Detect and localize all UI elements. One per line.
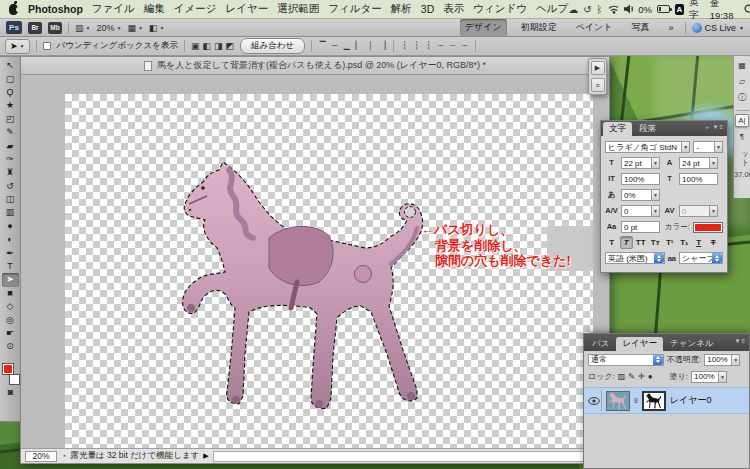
vertical-scale-field[interactable]: 100% (621, 173, 660, 185)
history-brush-tool[interactable]: ↺ (2, 180, 19, 193)
tab-layers[interactable]: レイヤー (616, 337, 663, 351)
path-op-add-icon[interactable]: ▣ (191, 42, 200, 51)
align-top-icon[interactable]: ▔ (318, 42, 327, 50)
menu-item-2[interactable]: 編集 (144, 2, 165, 16)
clone-source-panel-icon[interactable]: ▱ (735, 75, 749, 88)
tab-paragraph[interactable]: 段落 (633, 122, 662, 136)
lock-all-icon[interactable]: ● (648, 373, 653, 381)
menu-item-7[interactable]: 解析 (391, 2, 412, 16)
panel-collapse-menu-icons[interactable]: » ▼≡ (706, 124, 724, 132)
distribute-bottom-icon[interactable]: ┆ (424, 42, 433, 50)
bluetooth-icon[interactable]: ᛒ (597, 4, 603, 15)
lock-move-icon[interactable]: ✛ (638, 373, 645, 381)
3d-rotate-tool[interactable]: ◇ (2, 300, 19, 313)
workspace-initial[interactable]: 初期設定 (516, 19, 562, 36)
view-extras-button[interactable]: ▦▼ (127, 23, 142, 33)
current-tool-well[interactable]: ➤ ▼ (5, 39, 30, 54)
underline-button[interactable]: T (692, 236, 706, 249)
quick-select-tool[interactable]: ★ (2, 99, 19, 112)
workspace-paint[interactable]: ペイント (571, 19, 618, 36)
document-title-bar[interactable]: 馬を人と仮定して背景消す(複合パスも使える).psd @ 20% (レイヤー0,… (21, 57, 609, 75)
layer-visibility-toggle[interactable] (587, 390, 602, 411)
menu-item-1[interactable]: ファイル (92, 2, 135, 16)
menu-item-4[interactable]: レイヤー (226, 2, 269, 16)
menu-item-8[interactable]: 3D (421, 3, 434, 15)
menu-bar-clock[interactable]: 金 19:38 (710, 0, 740, 21)
layer-row[interactable]: 8 レイヤー0 (584, 387, 749, 414)
marquee-tool[interactable]: ▢ (2, 72, 19, 85)
cloud-icon[interactable]: ☁ (568, 4, 578, 15)
wifi-icon[interactable] (608, 4, 618, 14)
faux-italic-button[interactable]: T (620, 236, 634, 249)
menu-item-3[interactable]: イメージ (174, 2, 217, 16)
tab-character[interactable]: 文字 (603, 122, 632, 136)
brush-tool[interactable]: ✑ (2, 153, 19, 166)
faux-bold-button[interactable]: T (605, 236, 619, 249)
status-zoom-field[interactable]: 20% (25, 451, 57, 462)
align-vcenter-icon[interactable]: ─ (330, 42, 339, 50)
move-tool[interactable]: ↖ (2, 59, 19, 72)
subscript-button[interactable]: T₁ (678, 236, 692, 249)
input-method-badge[interactable]: A (675, 4, 684, 15)
hand-tool[interactable]: ☛ (2, 327, 19, 340)
workspace-more[interactable]: » (664, 21, 679, 35)
baseline-shift-field[interactable]: 0 pt (621, 221, 660, 233)
combine-button[interactable]: 組み合わせ (240, 38, 305, 54)
tab-channels[interactable]: チャンネル (664, 337, 720, 351)
fill-field[interactable]: 100%▼ (691, 371, 727, 383)
path-op-exclude-icon[interactable]: ◩ (225, 42, 234, 51)
transparent-canvas[interactable]: ←パス切りし、 背景を削除し、 隙間の穴も削除できた! (65, 94, 593, 448)
align-bottom-icon[interactable]: ▁ (342, 42, 351, 50)
apple-logo-icon[interactable] (9, 4, 18, 15)
align-left-icon[interactable]: ▏ (354, 42, 363, 50)
character-panel-icon[interactable]: A| (735, 114, 749, 127)
font-size-field[interactable]: 22 pt▼ (621, 157, 660, 169)
leading-field[interactable]: 24 pt▼ (679, 157, 718, 169)
spotlight-icon[interactable] (744, 4, 750, 15)
blend-mode-dropdown[interactable]: 通常 (588, 354, 664, 366)
crop-tool[interactable]: ◰ (2, 113, 19, 126)
background-color-swatch[interactable] (9, 374, 20, 385)
blur-tool[interactable]: ● (2, 220, 19, 233)
horizontal-scale-field[interactable]: 100% (679, 173, 718, 185)
layer-name[interactable]: レイヤー0 (670, 394, 712, 407)
text-color-swatch[interactable] (693, 222, 723, 233)
tool-presets-panel-icon[interactable]: ≡ (591, 78, 605, 92)
antialias-dropdown[interactable]: シャープ (679, 252, 723, 264)
distribute-right-icon[interactable]: ┄ (460, 42, 469, 50)
mask-link-icon[interactable]: 8 (634, 397, 638, 404)
eraser-tool[interactable]: ◫ (2, 193, 19, 206)
clone-stamp-tool[interactable]: ♜ (2, 166, 19, 179)
language-dropdown[interactable]: 英語 (米国) (605, 252, 665, 264)
distribute-vcenter-icon[interactable]: ┆ (412, 42, 421, 50)
layer-mask-thumbnail[interactable] (642, 391, 666, 411)
align-hcenter-icon[interactable]: │ (366, 42, 375, 50)
eyedropper-tool[interactable]: ✎ (2, 126, 19, 139)
superscript-button[interactable]: T¹ (663, 236, 677, 249)
ps-logo[interactable]: Ps (6, 21, 22, 34)
dodge-tool[interactable]: ◐ (2, 233, 19, 246)
small-caps-button[interactable]: Tт (649, 236, 663, 249)
distribute-hcenter-icon[interactable]: ┄ (448, 42, 457, 50)
canvas-pasteboard[interactable]: ←パス切りし、 背景を削除し、 隙間の穴も削除できた! (21, 75, 609, 448)
brush-panel-icon[interactable]: ▦ (735, 59, 749, 72)
lasso-tool[interactable]: Ϙ (2, 86, 19, 99)
shape-tool[interactable]: ■ (2, 287, 19, 300)
info-panel-icon[interactable]: ⓘ (735, 91, 749, 104)
horse-image-with-selection[interactable] (167, 156, 447, 416)
quick-mask-button[interactable]: ◙ (8, 387, 13, 397)
arrange-documents-button[interactable]: ▥▼ (75, 23, 90, 33)
actions-panel-icon[interactable]: ▶ (591, 61, 605, 75)
bounding-box-checkbox[interactable] (43, 42, 51, 50)
distribute-top-icon[interactable]: ┆ (400, 42, 409, 50)
all-caps-button[interactable]: TT (634, 236, 648, 249)
opacity-field[interactable]: 100%▼ (704, 354, 740, 366)
cs-live-button[interactable]: CS Live▼ (692, 23, 744, 33)
workspace-photo[interactable]: 写真 (627, 19, 655, 36)
healing-brush-tool[interactable]: ▰ (2, 139, 19, 152)
lock-paint-icon[interactable]: ✎ (628, 373, 635, 381)
menu-item-0[interactable]: Photoshop (28, 3, 83, 15)
font-style-dropdown[interactable]: -▼ (693, 141, 723, 153)
zoom-tool[interactable]: ⊙ (2, 340, 19, 353)
bridge-button[interactable]: Br (28, 22, 42, 34)
